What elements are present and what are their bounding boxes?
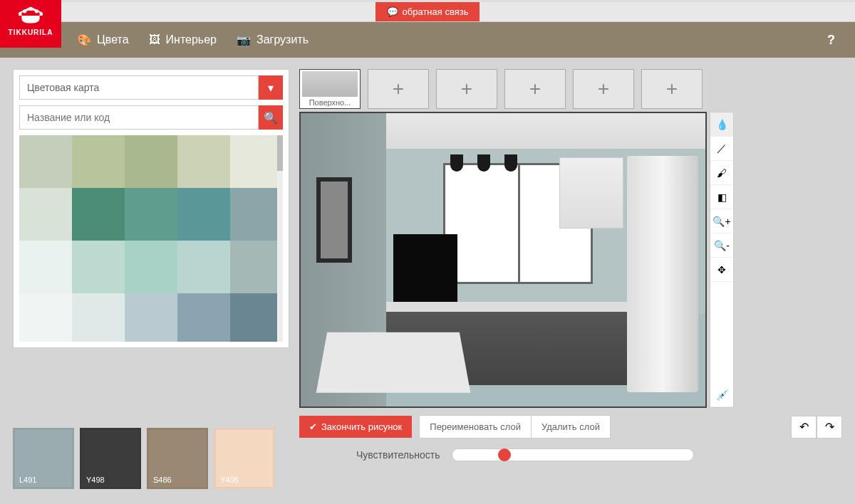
- swatch-code: Y406: [220, 476, 239, 484]
- swatch-10[interactable]: [230, 241, 283, 293]
- color-picker-panel: Цветовая карта ▾ 🔍: [13, 69, 289, 348]
- color-map-select[interactable]: Цветовая карта: [19, 75, 259, 100]
- swatch-22[interactable]: [125, 135, 177, 188]
- plus-icon: +: [666, 78, 678, 100]
- check-icon: ✔: [309, 421, 317, 432]
- swatch-code: Y498: [86, 476, 105, 484]
- swatch-6[interactable]: [177, 293, 230, 342]
- tool-eyedropper[interactable]: 💉: [710, 383, 733, 407]
- surface-thumb: [302, 71, 358, 97]
- finish-drawing-button[interactable]: ✔ Закончить рисунок: [299, 416, 412, 438]
- surface-add-5[interactable]: +: [641, 69, 703, 109]
- selected-swatch-Y498[interactable]: Y498: [80, 428, 141, 489]
- surface-add-3[interactable]: +: [504, 69, 566, 109]
- zoom-out-icon: 🔍-: [714, 240, 730, 251]
- tool-drop[interactable]: 💧: [710, 112, 733, 137]
- surface-tab-0[interactable]: Поверхно...: [299, 69, 361, 109]
- surface-add-2[interactable]: +: [436, 69, 497, 109]
- caret-down-icon: ▾: [268, 81, 274, 95]
- tool-line[interactable]: ／: [710, 137, 733, 161]
- help-button[interactable]: ?: [827, 33, 835, 48]
- swatch-8[interactable]: [72, 293, 125, 342]
- swatch-14[interactable]: [19, 241, 72, 293]
- brand-name: TIKKURILA: [9, 28, 53, 36]
- brush-icon: 🖌: [717, 167, 727, 179]
- tool-zoom-out[interactable]: 🔍-: [710, 233, 733, 258]
- search-icon: 🔍: [264, 111, 278, 125]
- feedback-button[interactable]: 💬 обратная связь: [375, 2, 480, 21]
- camera-icon: 📷: [237, 33, 251, 47]
- selected-swatch-L491[interactable]: L491: [13, 428, 74, 489]
- swatch-7[interactable]: [125, 293, 177, 342]
- tool-eraser[interactable]: ◧: [710, 185, 733, 209]
- line-icon: ／: [717, 142, 727, 155]
- surface-tabs: Поверхно... + + + + +: [299, 69, 842, 109]
- swatch-code: S486: [153, 476, 172, 484]
- swatch-5[interactable]: [230, 293, 283, 342]
- eyedropper-icon: 💉: [716, 389, 728, 401]
- plus-icon: +: [393, 78, 404, 100]
- swatch-15[interactable]: [230, 188, 283, 241]
- swatch-24[interactable]: [19, 135, 72, 188]
- feedback-label: обратная связь: [403, 6, 469, 17]
- selected-swatch-Y406[interactable]: Y406: [214, 428, 275, 489]
- nav-colors[interactable]: 🎨 Цвета: [77, 33, 129, 47]
- tool-zoom-in[interactable]: 🔍+: [710, 209, 733, 233]
- eraser-icon: ◧: [717, 191, 727, 203]
- delete-layer-button[interactable]: Удалить слой: [532, 416, 610, 438]
- plus-icon: +: [529, 78, 541, 100]
- preview-canvas[interactable]: [299, 112, 707, 408]
- image-icon: 🖼: [149, 33, 160, 46]
- redo-button[interactable]: ↷: [817, 416, 842, 439]
- plus-icon: +: [461, 78, 472, 100]
- zoom-in-icon: 🔍+: [712, 216, 730, 227]
- swatch-16[interactable]: [177, 188, 230, 241]
- tool-move[interactable]: ✥: [710, 258, 733, 282]
- tool-brush[interactable]: 🖌: [710, 161, 733, 185]
- swatch-scrollbar[interactable]: [277, 135, 283, 342]
- sensitivity-slider[interactable]: [452, 448, 694, 461]
- brand-logo[interactable]: TIKKURILA: [0, 0, 61, 48]
- swatch-19[interactable]: [19, 188, 72, 241]
- swatch-17[interactable]: [125, 188, 177, 241]
- undo-icon: ↶: [799, 420, 809, 434]
- swatch-9[interactable]: [19, 293, 72, 342]
- swatch-12[interactable]: [125, 241, 177, 293]
- svg-point-2: [35, 9, 38, 13]
- swatch-23[interactable]: [72, 135, 125, 188]
- svg-point-1: [28, 6, 32, 10]
- svg-point-0: [23, 9, 26, 13]
- surface-tab-label: Поверхно...: [309, 98, 351, 107]
- redo-icon: ↷: [825, 420, 834, 434]
- selected-swatch-S486[interactable]: S486: [147, 428, 208, 489]
- swatch-18[interactable]: [72, 188, 125, 241]
- rename-layer-button[interactable]: Переименовать слой: [420, 416, 532, 438]
- nav-upload[interactable]: 📷 Загрузить: [237, 33, 309, 47]
- swatch-21[interactable]: [177, 135, 230, 188]
- move-icon: ✥: [717, 264, 726, 275]
- header: TIKKURILA 🎨 Цвета 🖼 Интерьер 📷 Загрузить…: [0, 22, 855, 58]
- undo-button[interactable]: ↶: [791, 416, 817, 439]
- plus-icon: +: [598, 78, 609, 100]
- surface-add-1[interactable]: +: [368, 69, 429, 109]
- nav-interior[interactable]: 🖼 Интерьер: [149, 33, 217, 47]
- swatch-grid: [19, 135, 283, 342]
- color-search-input[interactable]: [19, 105, 259, 130]
- surface-add-4[interactable]: +: [573, 69, 634, 109]
- selected-colors-row: L491Y498S486Y406: [13, 428, 289, 489]
- chat-icon: 💬: [387, 6, 398, 17]
- swatch-13[interactable]: [72, 241, 125, 293]
- sensitivity-thumb[interactable]: [498, 448, 511, 461]
- palette-icon: 🎨: [77, 33, 91, 47]
- swatch-code: L491: [19, 476, 36, 484]
- drop-icon: 💧: [716, 119, 728, 130]
- swatch-11[interactable]: [177, 241, 230, 293]
- sensitivity-label: Чувствительность: [356, 449, 440, 461]
- color-search-button[interactable]: 🔍: [259, 105, 283, 130]
- color-map-dropdown-button[interactable]: ▾: [259, 75, 283, 100]
- swatch-20[interactable]: [230, 135, 283, 188]
- tool-toolbar: 💧 ／ 🖌 ◧ 🔍+ 🔍- ✥ 💉: [710, 112, 734, 408]
